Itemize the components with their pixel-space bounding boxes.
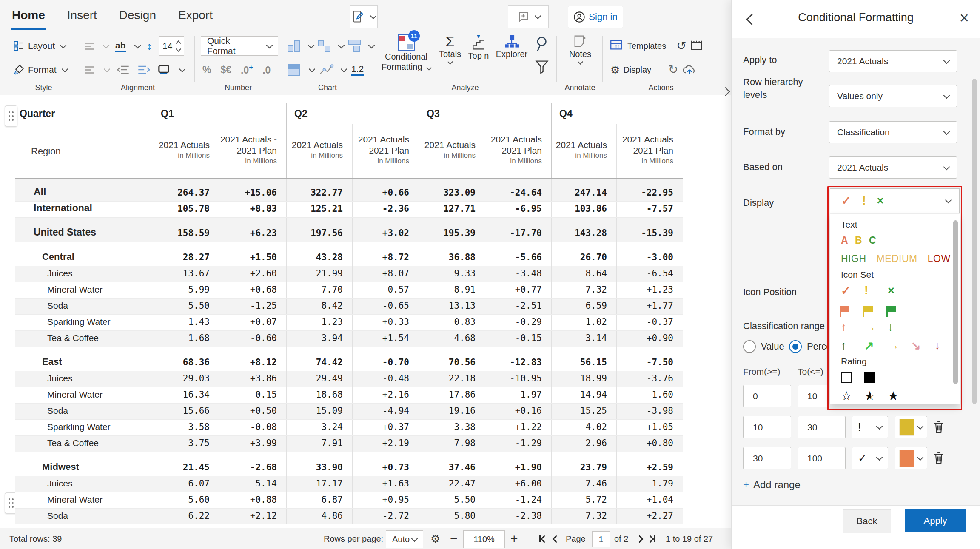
value-cell[interactable]: -10.95 (485, 371, 551, 387)
value-cell[interactable]: 8.42 (286, 299, 352, 314)
edit-mode-button[interactable] (350, 5, 378, 28)
value-cell[interactable]: 158.59 (153, 218, 219, 242)
value-cell[interactable]: 5.99 (153, 282, 219, 298)
display-button[interactable]: ⚙ Display (610, 63, 651, 76)
last-page-button[interactable] (647, 528, 655, 549)
status-icon[interactable]: ↑ (841, 339, 864, 352)
outdent-icon[interactable] (117, 65, 130, 75)
value-cell[interactable]: +0.33 (352, 315, 419, 330)
value-cell[interactable]: +2.12 (219, 509, 286, 524)
next-page-button[interactable] (637, 528, 642, 549)
cloud-upload-icon[interactable] (682, 63, 697, 76)
row-label[interactable]: Sparkling Water (15, 420, 153, 435)
value-cell[interactable]: 6.87 (286, 492, 352, 508)
value-cell[interactable]: -1.24 (485, 492, 551, 508)
text-style-level[interactable]: HIGH (841, 253, 866, 265)
add-range-link[interactable]: +Add range (743, 479, 801, 491)
status-icon[interactable]: ↗ (864, 339, 888, 353)
value-cell[interactable]: 36.88 (419, 242, 485, 266)
status-icon[interactable]: ! (864, 284, 888, 297)
measure-header-delta[interactable]: 2021 Actuals - 2021 Planin Millions (616, 124, 683, 178)
row-label[interactable]: International (15, 202, 153, 217)
value-cell[interactable]: +1.04 (616, 492, 683, 508)
value-cell[interactable]: 14.94 (551, 387, 616, 403)
value-cell[interactable]: +6.23 (219, 218, 286, 242)
value-cell[interactable]: -0.60 (219, 331, 286, 347)
value-cell[interactable]: -3.00 (616, 242, 683, 266)
value-cell[interactable]: -3.48 (485, 266, 551, 282)
tab-insert[interactable]: Insert (66, 6, 98, 30)
range-from-input[interactable]: 10 (743, 416, 791, 438)
value-cell[interactable]: +8.12 (219, 347, 286, 371)
font-size-spin-buttons[interactable] (177, 41, 180, 51)
text-style-level[interactable]: MEDIUM (877, 253, 917, 265)
row-label[interactable]: Mineral Water (15, 387, 153, 403)
value-cell[interactable]: 5.72 (551, 492, 616, 508)
value-cell[interactable]: -1.79 (616, 476, 683, 492)
value-cell[interactable]: -2.38 (485, 509, 551, 524)
value-cell[interactable]: -2.36 (352, 202, 419, 217)
value-cell[interactable]: 1.02 (551, 315, 616, 330)
value-cell[interactable]: 37.46 (419, 452, 485, 476)
filled-star-icon[interactable]: ★ (888, 389, 902, 403)
half-star-icon[interactable]: ☆★ (864, 389, 879, 403)
value-cell[interactable]: 70.56 (419, 347, 485, 371)
value-cell[interactable]: 1.43 (153, 315, 219, 330)
text-style-letter[interactable]: B (855, 235, 869, 246)
value-cell[interactable]: 125.21 (286, 202, 352, 217)
value-cell[interactable]: -22.95 (616, 179, 683, 201)
status-icon[interactable]: → (888, 339, 911, 352)
chart-type-waterfall-icon[interactable] (318, 40, 332, 52)
value-cell[interactable]: -5.66 (485, 242, 551, 266)
status-icon[interactable]: ↘ (911, 339, 934, 353)
value-cell[interactable]: -5.14 (219, 476, 286, 492)
value-cell[interactable]: +1.23 (616, 282, 683, 298)
measure-header-delta[interactable]: 2021 Actuals - 2021 Planin Millions (485, 124, 551, 178)
value-cell[interactable]: 43.28 (286, 242, 352, 266)
value-cell[interactable]: 33.90 (286, 452, 352, 476)
value-cell[interactable]: +0.50 (219, 404, 286, 419)
measure-header-actuals[interactable]: 2021 Actualsin Millions (286, 124, 352, 178)
display-select[interactable]: ✓!× (830, 188, 960, 213)
based-on-select[interactable]: 2021 Actuals (829, 156, 957, 179)
value-cell[interactable]: +2.19 (352, 436, 419, 452)
range-color-select[interactable] (895, 447, 927, 469)
value-cell[interactable]: +2.27 (616, 509, 683, 524)
status-icon[interactable]: ↓ (888, 321, 911, 334)
search-button[interactable] (535, 36, 550, 51)
text-style-level[interactable]: LOW (928, 253, 951, 265)
value-cell[interactable]: +0.16 (485, 404, 551, 419)
font-size-stepper[interactable]: 14 (159, 36, 184, 56)
apply-to-select[interactable]: 2021 Actuals (829, 50, 957, 72)
value-cell[interactable]: 74.42 (286, 347, 352, 371)
value-cell[interactable]: 247.14 (551, 179, 616, 201)
format-by-select[interactable]: Classification (829, 121, 957, 143)
value-cell[interactable]: +2.59 (616, 452, 683, 476)
quarter-header[interactable]: Q3 (419, 103, 551, 124)
delete-range-button[interactable] (933, 451, 945, 465)
flag-icon[interactable] (888, 306, 896, 312)
value-cell[interactable]: +0.07 (219, 315, 286, 330)
value-cell[interactable]: 8.91 (419, 282, 485, 298)
value-cell[interactable]: 3.94 (286, 331, 352, 347)
value-cell[interactable]: +8.72 (352, 242, 419, 266)
notes-button[interactable]: Notes (563, 34, 597, 64)
value-cell[interactable]: +2.16 (352, 387, 419, 403)
measure-header-delta[interactable]: 2021 Actuals - 2021 Planin Millions (219, 124, 286, 178)
add-comment-button[interactable] (508, 5, 549, 28)
row-label[interactable]: Juices (15, 371, 153, 387)
value-cell[interactable]: 21.99 (286, 266, 352, 282)
range-from-input[interactable]: 0 (743, 385, 791, 407)
zoom-in-button[interactable]: + (510, 528, 518, 549)
value-cell[interactable]: -0.29 (485, 315, 551, 330)
value-cell[interactable]: +1.90 (485, 452, 551, 476)
top-n-button[interactable]: ▼ Top n (465, 34, 492, 61)
status-icon[interactable]: ↑ (841, 321, 864, 334)
value-cell[interactable]: 7.91 (286, 436, 352, 452)
previous-page-button[interactable] (553, 528, 559, 549)
horizontal-align-icon[interactable] (85, 66, 94, 74)
close-icon[interactable]: × (960, 9, 969, 26)
value-cell[interactable]: 0.83 (419, 315, 485, 330)
value-cell[interactable]: 28.27 (153, 242, 219, 266)
currency-format-button[interactable]: $€ (220, 64, 231, 76)
